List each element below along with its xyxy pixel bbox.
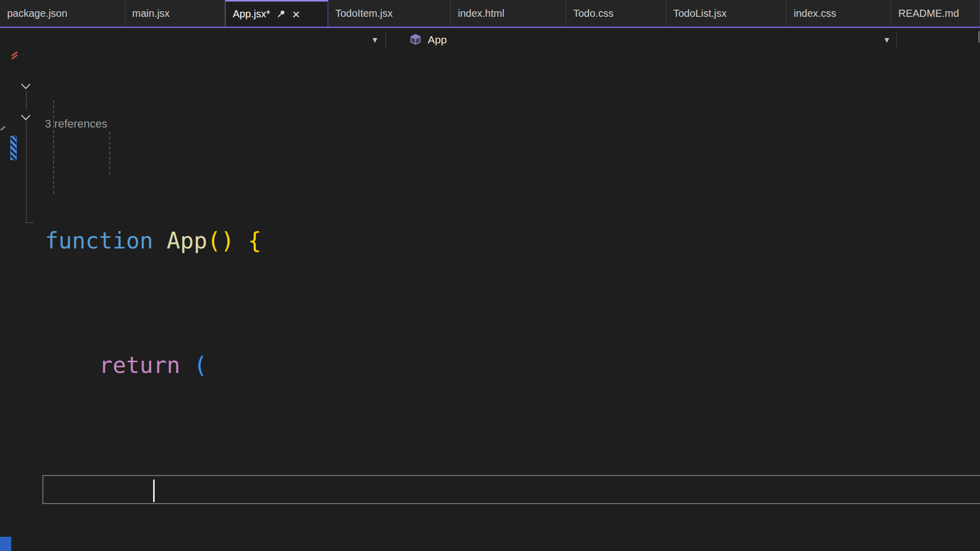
pin-icon[interactable]	[276, 9, 286, 19]
current-line	[0, 474, 980, 505]
project-dropdown[interactable]: ▾	[0, 28, 385, 51]
code-line-2: return (	[0, 349, 980, 381]
code-editor[interactable]: 3 references function App() { return ( )…	[0, 51, 980, 551]
tab-todo-css[interactable]: Todo.css	[566, 0, 666, 27]
tab-label: index.html	[458, 8, 504, 19]
text-cursor	[153, 480, 155, 502]
tab-readme-md[interactable]: README.md	[891, 0, 980, 27]
status-bar-corner	[0, 537, 11, 551]
tab-index-html[interactable]: index.html	[451, 0, 566, 27]
tab-label: index.css	[794, 8, 836, 19]
tab-app-jsx[interactable]: App.jsx* ×	[225, 0, 328, 27]
close-icon[interactable]: ×	[292, 9, 300, 19]
tab-index-css[interactable]: index.css	[787, 0, 891, 27]
indent	[45, 352, 99, 378]
tab-label: TodoList.jsx	[673, 8, 727, 19]
navigation-bar: ▾ App ▾	[0, 28, 980, 51]
tab-label: main.jsx	[132, 8, 169, 19]
scrollbar-top-sliver	[978, 31, 979, 42]
paren-pair: ()	[207, 228, 234, 254]
keyword-return: return	[99, 352, 180, 378]
navbar-divider	[896, 33, 897, 47]
tab-label: App.jsx*	[233, 8, 270, 20]
indent	[45, 477, 153, 503]
space	[234, 228, 248, 254]
open-brace: {	[248, 228, 261, 254]
code-area: 3 references function App() { return ( )…	[0, 51, 980, 551]
tab-todoitem-jsx[interactable]: TodoItem.jsx	[328, 0, 451, 27]
space	[153, 228, 167, 254]
code-line-1: function App() {	[0, 225, 980, 256]
tab-label: package.json	[7, 8, 67, 19]
codelens-references[interactable]: 3 references	[0, 116, 980, 132]
tab-main-jsx[interactable]: main.jsx	[125, 0, 225, 27]
editor-tab-bar: package.json main.jsx App.jsx* × TodoIte…	[0, 0, 980, 28]
scope-dropdown[interactable]: App ▾	[386, 28, 896, 51]
open-paren: (	[193, 352, 207, 378]
keyword-function: function	[45, 228, 153, 254]
tab-todolist-jsx[interactable]: TodoList.jsx	[666, 0, 787, 27]
tab-label: TodoItem.jsx	[335, 8, 393, 19]
chevron-down-icon: ▾	[885, 35, 889, 44]
scope-label: App	[428, 34, 447, 46]
chevron-down-icon: ▾	[373, 35, 377, 44]
tab-label: Todo.css	[573, 8, 614, 19]
tab-label: README.md	[898, 8, 959, 19]
tab-package-json[interactable]: package.json	[0, 0, 125, 27]
function-name: App	[166, 228, 207, 254]
class-cube-icon	[409, 34, 422, 46]
space	[180, 352, 194, 378]
